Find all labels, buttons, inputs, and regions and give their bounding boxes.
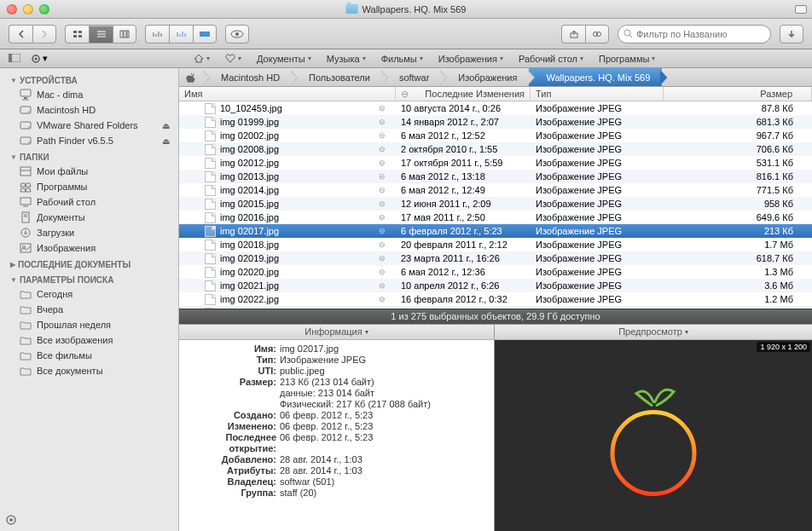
preview-pane: Предпросмотр ▾ 1 920 x 1 200 <box>495 325 812 532</box>
view-list-button[interactable] <box>89 25 113 43</box>
file-row[interactable]: img 02022.jpg⊖16 февраля 2012 г., 0:32Из… <box>179 292 812 306</box>
file-icon <box>205 185 216 196</box>
folder-icon <box>19 303 32 315</box>
preview-image[interactable]: 1 920 x 1 200 <box>495 340 812 532</box>
column-type[interactable]: Тип <box>531 87 664 101</box>
file-row[interactable]: img 02002.jpg⊖6 мая 2012 г., 12:52Изобра… <box>179 129 812 142</box>
sidebar-item[interactable]: Мои файлы <box>0 164 178 179</box>
myfiles-icon <box>19 165 32 177</box>
sidebar: ▼ УСТРОЙСТВАMac - dimaMacintosh HDVMware… <box>0 68 179 531</box>
file-row[interactable]: img 02021.jpg⊖10 апреля 2012 г., 6:26Изо… <box>179 279 812 292</box>
sidebar-icon[interactable] <box>9 54 20 64</box>
arrange-3-button[interactable] <box>193 25 217 43</box>
file-row[interactable]: img 02012.jpg⊖17 октября 2011 г., 5:59Из… <box>179 156 812 170</box>
file-list[interactable]: 10_102459.jpg⊖10 августа 2014 г., 0:26Из… <box>179 101 812 309</box>
path-segment[interactable]: Изображения <box>441 68 529 87</box>
toolbar-toggle-button[interactable] <box>795 5 807 14</box>
favorites-menu[interactable]: ▾ <box>218 52 249 65</box>
sidebar-section[interactable]: ▼ ПАРАМЕТРЫ ПОИСКА <box>0 271 178 286</box>
svg-point-19 <box>231 31 243 38</box>
sidebar-item[interactable]: Вчера <box>0 302 178 317</box>
file-row[interactable]: img 02017.jpg⊖6 февраля 2012 г., 5:23Изо… <box>179 224 812 238</box>
back-button[interactable] <box>9 25 32 43</box>
downloads-icon <box>19 227 32 239</box>
gear-icon[interactable]: ▾ <box>31 53 48 64</box>
file-row[interactable]: img 02015.jpg⊖12 июня 2011 г., 2:09Изобр… <box>179 197 812 211</box>
path-segment[interactable]: Wallpapers. HQ. Mix 569 <box>529 68 662 87</box>
tag-button[interactable] <box>585 25 609 43</box>
column-size[interactable]: Размер <box>664 87 812 101</box>
sidebar-section[interactable]: ▼ УСТРОЙСТВА <box>0 72 178 87</box>
sidebar-item[interactable]: Все фильмы <box>0 348 178 363</box>
sidebar-item[interactable]: Прошлая неделя <box>0 317 178 332</box>
apps-icon <box>19 181 32 193</box>
sidebar-section[interactable]: ▶ ПОСЛЕДНИЕ ДОКУМЕНТЫ <box>0 256 178 271</box>
column-name[interactable]: Имя <box>179 87 396 101</box>
svg-rect-33 <box>20 107 31 113</box>
file-row[interactable]: img 02014.jpg⊖6 мая 2012 г., 12:49Изобра… <box>179 183 812 197</box>
zoom-button[interactable] <box>39 4 49 14</box>
sidebar-item[interactable]: Сегодня <box>0 286 178 302</box>
search-input[interactable] <box>636 29 765 39</box>
minimize-button[interactable] <box>23 4 33 14</box>
folder-icon <box>19 319 32 331</box>
menu-Программы[interactable]: Программы ▾ <box>591 52 663 66</box>
svg-rect-27 <box>9 54 12 62</box>
menu-Изображения[interactable]: Изображения ▾ <box>431 52 511 66</box>
sidebar-item[interactable]: Рабочий стол <box>0 194 178 210</box>
sidebar-item[interactable]: Macintosh HD <box>0 102 178 118</box>
sidebar-item[interactable]: Path Finder v6.5.5⏏ <box>0 133 178 148</box>
sidebar-item[interactable]: Mac - dima <box>0 87 178 102</box>
menu-Документы[interactable]: Документы ▾ <box>249 52 319 66</box>
sidebar-item[interactable]: Документы <box>0 210 178 225</box>
close-button[interactable] <box>7 4 17 14</box>
sidebar-item[interactable]: Все документы <box>0 363 178 378</box>
eject-icon[interactable]: ⏏ <box>162 136 170 146</box>
sidebar-item[interactable]: Изображения <box>0 240 178 256</box>
sidebar-section[interactable]: ▼ ПАПКИ <box>0 148 178 164</box>
arrange-1-button[interactable] <box>145 25 169 43</box>
home-menu[interactable]: ▾ <box>186 52 218 65</box>
file-row[interactable]: img 02016.jpg⊖17 мая 2011 г., 2:50Изобра… <box>179 211 812 224</box>
forward-button[interactable] <box>32 25 56 43</box>
path-apple[interactable] <box>179 68 204 87</box>
file-row[interactable]: img 02013.jpg⊖6 мая 2012 г., 13:18Изобра… <box>179 170 812 183</box>
column-date[interactable]: ⊖Последние Изменения <box>396 87 531 101</box>
hdd-icon <box>19 135 32 147</box>
quicklook-button[interactable] <box>225 25 249 43</box>
path-segment[interactable]: softwar <box>382 68 441 87</box>
info-row: Последнее открытие:06 февр. 2012 г., 5:2… <box>179 432 494 454</box>
file-row[interactable]: 10_102459.jpg⊖10 августа 2014 г., 0:26Из… <box>179 101 812 115</box>
share-button[interactable] <box>561 25 585 43</box>
menu-Музыка[interactable]: Музыка ▾ <box>319 52 374 66</box>
file-row[interactable]: img 01999.jpg⊖14 января 2012 г., 2:07Изо… <box>179 115 812 129</box>
view-icon-button[interactable] <box>65 25 89 43</box>
file-icon <box>205 294 216 305</box>
sidebar-item[interactable]: Все изображения <box>0 332 178 348</box>
search-field[interactable] <box>618 25 771 43</box>
menu-Фильмы[interactable]: Фильмы ▾ <box>374 52 431 66</box>
download-button[interactable] <box>780 25 803 43</box>
settings-icon[interactable] <box>5 514 17 528</box>
info-row: Создано:06 февр. 2012 г., 5:23 <box>179 410 494 421</box>
svg-rect-3 <box>78 35 82 38</box>
file-row[interactable]: img 02008.jpg⊖2 октября 2010 г., 1:55Изо… <box>179 142 812 156</box>
file-icon <box>205 171 216 182</box>
docs-icon <box>19 211 32 223</box>
eject-icon[interactable]: ⏏ <box>162 121 170 130</box>
apple-icon <box>186 72 195 83</box>
svg-rect-39 <box>20 167 31 176</box>
sidebar-item[interactable]: Загрузки <box>0 225 178 240</box>
path-segment[interactable]: Macintosh HD <box>204 68 292 87</box>
file-row[interactable]: img 02018.jpg⊖20 февраля 2011 г., 2:12Из… <box>179 238 812 251</box>
path-segment[interactable]: Пользователи <box>292 68 382 87</box>
file-row[interactable]: img 02020.jpg⊖6 мая 2012 г., 12:36Изобра… <box>179 265 812 279</box>
view-column-button[interactable] <box>113 25 136 43</box>
menu-Рабочий стол[interactable]: Рабочий стол ▾ <box>511 52 591 66</box>
svg-rect-30 <box>20 89 31 96</box>
sidebar-item[interactable]: VMware Shared Folders⏏ <box>0 118 178 133</box>
file-row[interactable]: img 02019.jpg⊖23 марта 2011 г., 16:26Изо… <box>179 251 812 265</box>
folder-icon <box>19 349 32 361</box>
sidebar-item[interactable]: Программы <box>0 179 178 194</box>
arrange-2-button[interactable] <box>169 25 193 43</box>
